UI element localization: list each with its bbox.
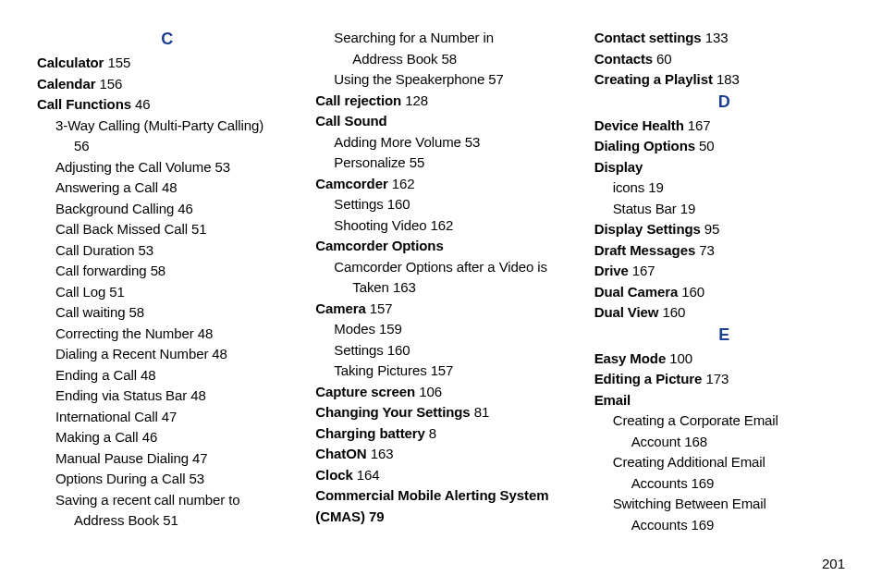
page-ref: 133	[705, 30, 729, 45]
index-term: Email	[594, 390, 854, 411]
page-ref: 46	[178, 201, 193, 216]
index-column-3: Contact settings 133Contacts 60Creating …	[594, 28, 854, 535]
index-subentry: Settings 160	[315, 194, 575, 215]
subentry-text: Adding More Volume	[334, 134, 460, 150]
index-subentry: Correcting the Number 48	[37, 324, 297, 345]
term-text: Drive	[594, 263, 629, 278]
page-ref: 51	[191, 221, 207, 237]
subentry-text: Shooting Video	[334, 217, 426, 233]
index-subentry: Call Log 51	[37, 282, 297, 303]
index-subentry: Making a Call 46	[37, 427, 297, 448]
index-subentry: 3-Way Calling (Multi-Party Calling)56	[37, 116, 297, 157]
section-letter: D	[594, 92, 854, 112]
page-ref: 47	[162, 409, 178, 424]
subentry-text: Options During a Call	[55, 471, 185, 486]
index-term: Commercial Mobile Alerting System(CMAS) …	[315, 485, 575, 527]
index-columns: CCalculator 155Calendar 156Call Function…	[37, 28, 854, 535]
page-ref: 60	[656, 51, 672, 67]
subentry-text: Call waiting	[55, 304, 126, 320]
page-ref: 160	[387, 196, 410, 212]
page-ref: 157	[370, 300, 393, 316]
index-column-1: CCalculator 155Calendar 156Call Function…	[37, 28, 297, 535]
term-text: Call Sound	[315, 113, 386, 129]
page-ref: 48	[198, 325, 214, 341]
page-ref: 53	[215, 159, 231, 175]
page-ref: 48	[162, 179, 178, 195]
page-ref: 128	[405, 92, 428, 108]
subentry-text: Ending via Status Bar	[55, 387, 187, 403]
page-ref: 46	[142, 429, 158, 445]
page-ref: 57	[488, 71, 504, 87]
page-ref: 167	[688, 117, 711, 133]
subentry-text: Ending a Call	[55, 367, 137, 383]
subentry-text: Modes	[334, 321, 375, 337]
page-ref: 58	[151, 263, 166, 278]
page-number: 201	[822, 556, 845, 571]
page-ref: 53	[138, 242, 153, 258]
subentry-text: Making a Call	[55, 429, 139, 445]
index-subentry: Shooting Video 162	[315, 215, 575, 237]
index-subentry: Status Bar 19	[594, 199, 854, 220]
term-text: (CMAS) 79	[315, 508, 384, 524]
term-text: Call rejection	[315, 92, 401, 108]
subentry-text: Call Back Missed Call	[55, 221, 188, 237]
page-ref: 163	[371, 446, 394, 461]
page-ref: 47	[192, 450, 208, 466]
index-subentry: Ending via Status Bar 48	[37, 386, 297, 407]
index-subentry: Creating Additional EmailAccounts 169	[594, 452, 854, 494]
index-subentry: Using the Speakerphone 57	[315, 69, 575, 91]
index-subentry: Taking Pictures 157	[315, 361, 575, 382]
index-term: Contacts 60	[594, 49, 854, 70]
index-subentry: Saving a recent call number toAddress Bo…	[37, 490, 297, 532]
term-text: Dialing Options	[594, 138, 695, 153]
term-text: ChatON	[315, 446, 366, 461]
page-ref: 160	[681, 284, 704, 300]
index-term: Drive 167	[594, 261, 854, 282]
page-ref: 48	[141, 367, 156, 383]
index-subentry: International Call 47	[37, 407, 297, 428]
term-text: Camcorder Options	[315, 238, 443, 253]
page-ref: 19	[680, 201, 696, 216]
term-text: Camera	[315, 300, 365, 316]
index-term: Display Settings 95	[594, 219, 854, 240]
index-subentry: Background Calling 46	[37, 199, 297, 220]
index-term: Calendar 156	[37, 74, 297, 95]
page-ref: 160	[387, 342, 410, 358]
index-term: Dialing Options 50	[594, 136, 854, 157]
page-ref: 173	[705, 371, 729, 386]
index-subentry: Adding More Volume 53	[315, 132, 575, 153]
index-term: Clock 164	[315, 465, 575, 486]
index-term: Creating a Playlist 183	[594, 69, 854, 91]
page-ref: 53	[190, 471, 205, 486]
index-term: Editing a Picture 173	[594, 369, 854, 390]
subentry-text: Answering a Call	[55, 179, 158, 195]
page-ref: 19	[648, 179, 664, 195]
index-subentry: Dialing a Recent Number 48	[37, 344, 297, 365]
index-term: Camcorder 162	[315, 174, 575, 195]
index-subentry: Camcorder Options after a Video isTaken …	[315, 257, 575, 299]
index-term: Camcorder Options	[315, 236, 575, 257]
index-subentry: Modes 159	[315, 319, 575, 340]
subentry-text: Settings	[334, 196, 383, 212]
index-term: Changing Your Settings 81	[315, 402, 575, 423]
index-subentry: Call waiting 58	[37, 302, 297, 324]
subentry-text: Adjusting the Call Volume	[55, 159, 211, 175]
index-term: Calculator 155	[37, 53, 297, 74]
term-text: Editing a Picture	[594, 371, 703, 386]
page-ref: 95	[704, 221, 720, 237]
page-ref: 183	[717, 71, 740, 87]
index-term: Call rejection 128	[315, 91, 575, 112]
index-term: Device Health 167	[594, 116, 854, 137]
term-text: Dual Camera	[594, 284, 679, 300]
term-text: Charging battery	[315, 425, 424, 441]
page-ref: 73	[699, 242, 715, 258]
index-term: Draft Messages 73	[594, 240, 854, 262]
subentry-text: Taking Pictures	[334, 362, 426, 378]
term-text: Call Functions	[37, 96, 131, 112]
index-column-2: Searching for a Number inAddress Book 58…	[315, 28, 575, 535]
index-subentry: Call Duration 53	[37, 240, 297, 262]
term-text: Changing Your Settings	[315, 404, 470, 420]
page-ref: 162	[392, 176, 415, 191]
index-term: Call Sound	[315, 111, 575, 132]
index-subentry: Creating a Corporate EmailAccount 168	[594, 410, 854, 452]
